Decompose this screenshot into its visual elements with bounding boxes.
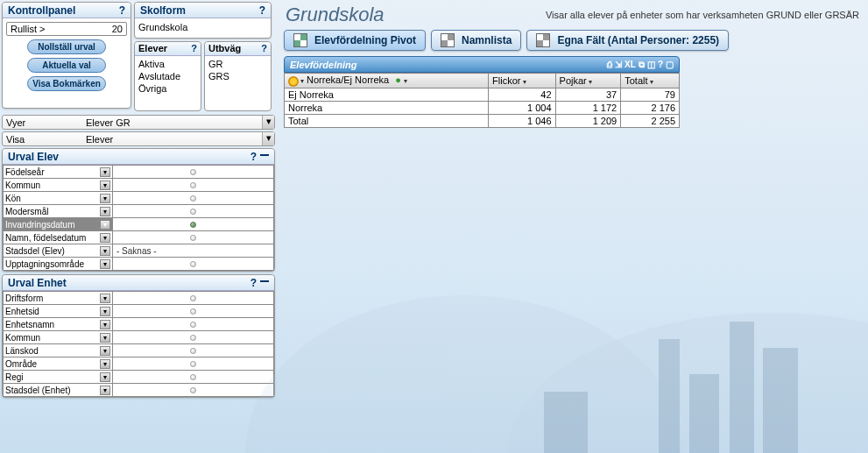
field-value[interactable] [113,305,274,318]
elever-title: Elever [138,43,167,54]
field-name[interactable]: Kommun▾ [4,331,113,344]
visa-value: Elever [86,134,262,145]
chevron-down-icon[interactable]: ▾ [100,386,110,395]
nollstall-button[interactable]: Nollställ urval [27,39,106,54]
tab-pivot[interactable]: Elevfördelning Pivot [284,30,426,51]
help-icon[interactable]: ? [259,4,265,17]
list-item[interactable]: GRS [208,70,267,82]
aktuella-button[interactable]: Aktuella val [27,58,106,73]
field-name[interactable]: Stadsdel (Enhet)▾ [4,384,113,397]
skolform-value[interactable]: Grundskola [138,22,187,32]
tab-namnlista[interactable]: Namnlista [431,30,521,51]
field-value[interactable] [113,331,274,344]
chevron-down-icon[interactable]: ▾ [100,294,110,303]
rullist-value[interactable]: 20 [112,24,123,34]
field-value[interactable] [113,344,274,357]
excel-icon[interactable]: XL [625,60,636,69]
row-label[interactable]: Norreka [285,102,489,115]
field-value[interactable] [113,292,274,305]
field-name[interactable]: Länskod▾ [4,344,113,357]
chevron-down-icon[interactable]: ▾ [100,307,110,316]
list-item[interactable]: GR [208,58,267,70]
field-value[interactable] [113,192,274,205]
field-name[interactable]: Modersmål▾ [4,205,113,218]
utbvag-panel: Utbväg? GRGRS [204,41,272,111]
chevron-down-icon[interactable]: ▾ [100,372,110,382]
chevron-down-icon[interactable]: ▾ [100,320,110,329]
help-icon[interactable]: ? [261,43,267,54]
field-name[interactable]: Stadsdel (Elev)▾ [4,244,113,258]
tab-egna[interactable]: Egna Fält (Antal Personer: 2255) [526,30,729,51]
vyer-dropdown[interactable]: Vyer Elever GR ▾ [2,115,275,130]
chevron-down-icon[interactable]: ▾ [100,207,110,216]
chevron-down-icon[interactable]: ▾ [262,116,274,129]
chevron-down-icon[interactable]: ▾ [100,220,110,230]
field-name[interactable]: Enhetsnamn▾ [4,318,113,331]
field-name[interactable]: Kön▾ [4,192,113,205]
help-icon[interactable]: ? [658,60,663,69]
collapse-icon[interactable]: ▢ [666,60,674,69]
copy-icon[interactable]: ⧉ [639,60,645,70]
rullist-label: Rullist > [11,24,45,34]
field-value[interactable]: - Saknas - [113,244,274,258]
field-value[interactable] [113,384,274,397]
help-icon[interactable]: ? [251,151,257,163]
field-value[interactable] [113,258,274,271]
row-label[interactable]: Ej Norreka [285,88,489,102]
field-value[interactable] [113,231,274,244]
pivot-icon[interactable] [288,76,299,87]
chevron-down-icon[interactable]: ▾ [100,167,110,177]
field-name[interactable]: Födelseår▾ [4,166,113,179]
collapse-icon[interactable] [260,280,269,282]
dim-header[interactable]: ▾ Norreka/Ej Norreka ● ▾ [285,74,489,88]
field-value[interactable] [113,357,274,371]
field-value[interactable] [113,205,274,218]
chevron-down-icon[interactable]: ▾ [262,132,274,145]
chevron-down-icon[interactable]: ▾ [100,233,110,243]
list-item[interactable]: Aktiva [138,58,197,70]
skolform-title: Skolform [140,4,186,17]
col-header[interactable]: Flickor ▾ [489,74,556,88]
field-name[interactable]: Enhetsid▾ [4,305,113,318]
chevron-down-icon[interactable]: ▾ [100,259,110,269]
field-value[interactable] [113,218,274,231]
field-name[interactable]: Namn, födelsedatum▾ [4,231,113,244]
field-name[interactable]: Invandringsdatum▾ [4,218,113,231]
field-name[interactable]: Kommun▾ [4,179,113,192]
grid-icon [293,33,307,47]
field-name[interactable]: Område▾ [4,357,113,371]
page-title: Grundskola [286,4,385,26]
chevron-down-icon[interactable]: ▾ [100,194,110,203]
field-value[interactable] [113,318,274,331]
field-name[interactable]: Regi▾ [4,371,113,384]
list-item[interactable]: Avslutade [138,70,197,82]
visa-dropdown[interactable]: Visa Elever ▾ [2,131,275,146]
chart-icon[interactable]: ◫ [647,60,655,69]
help-icon[interactable]: ? [251,277,257,289]
tab-pivot-label: Elevfördelning Pivot [314,34,416,46]
bokmarken-button[interactable]: Visa Bokmärken [27,76,106,91]
field-value[interactable] [113,166,274,179]
cell: 79 [621,88,680,102]
col-header[interactable]: Totalt ▾ [621,74,680,88]
field-name[interactable]: Upptagningsområde▾ [4,258,113,271]
help-icon[interactable]: ? [191,43,197,54]
field-name[interactable]: Driftsform▾ [4,292,113,305]
chevron-down-icon[interactable]: ▾ [100,246,110,256]
col-header[interactable]: Pojkar ▾ [555,74,621,88]
help-icon[interactable]: ? [119,4,125,17]
urval-elev-title: Urval Elev [8,151,59,163]
row-label[interactable]: Total [285,115,489,128]
list-item[interactable]: Övriga [138,82,197,95]
chevron-down-icon[interactable]: ▾ [100,180,110,190]
chevron-down-icon[interactable]: ▾ [100,346,110,356]
field-value[interactable] [113,371,274,384]
skolform-panel: Skolform? Grundskola [134,2,272,39]
print-icon[interactable]: ⎙ [607,60,612,69]
chevron-down-icon[interactable]: ▾ [100,359,110,369]
export-icon[interactable]: ⇲ [615,60,622,69]
chevron-down-icon[interactable]: ▾ [100,333,110,343]
cell: 42 [489,88,556,102]
collapse-icon[interactable] [260,154,269,156]
field-value[interactable] [113,179,274,192]
